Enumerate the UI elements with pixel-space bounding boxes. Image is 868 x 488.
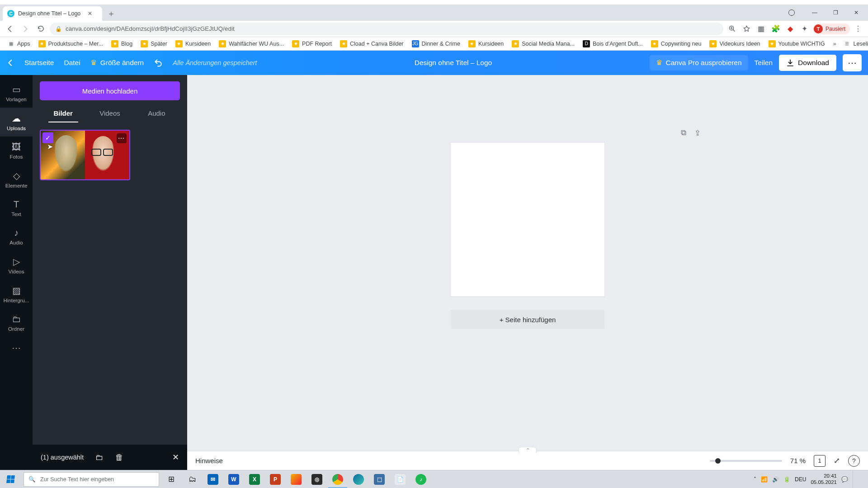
bookmark-item[interactable]: ★Später	[137, 38, 171, 49]
duplicate-page-icon[interactable]: ⧉	[681, 128, 686, 138]
bookmark-item[interactable]: ★Produktsuche – Mer...	[35, 38, 107, 49]
hints-label[interactable]: Hinweise	[195, 457, 223, 465]
try-pro-button[interactable]: ♛Canva Pro ausprobieren	[650, 55, 748, 70]
rail-videos[interactable]: ▷Videos	[0, 251, 33, 280]
notes-expand-caret[interactable]: ⌃	[519, 447, 537, 453]
design-page[interactable]	[451, 143, 604, 296]
bookmark-item[interactable]: ★Blog	[108, 38, 136, 49]
rail-templates[interactable]: ▭Vorlagen	[0, 79, 33, 108]
zoom-handle[interactable]	[715, 458, 721, 464]
app-icon-2[interactable]: ⬚	[369, 470, 390, 488]
taskbar-clock[interactable]: 20:41 05.05.2021	[811, 473, 837, 485]
mail-icon[interactable]: ✉	[203, 470, 223, 488]
browser-tab-active[interactable]: C Design ohne Titel – Logo ✕	[3, 6, 102, 21]
rail-uploads[interactable]: ☁Uploads	[0, 108, 33, 136]
bookmark-item[interactable]: ★PDF Report	[288, 38, 335, 49]
nav-back-icon[interactable]	[6, 59, 14, 67]
close-selection-icon[interactable]: ✕	[172, 452, 179, 462]
share-page-icon[interactable]: ⇪	[694, 128, 701, 138]
window-maximize-button[interactable]: ❐	[826, 6, 845, 19]
chrome-menu-icon[interactable]: ⋮	[852, 23, 864, 35]
reading-list[interactable]: ☰Leseliste	[840, 38, 868, 49]
thumbnail-more-icon[interactable]: ⋯	[117, 133, 127, 143]
more-menu-button[interactable]: ⋯	[843, 54, 862, 71]
profile-chip[interactable]: T Pausiert	[813, 23, 850, 34]
tab-audio[interactable]: Audio	[133, 105, 180, 122]
sound-icon[interactable]: 🔊	[772, 476, 779, 483]
share-button[interactable]: Teilen	[755, 59, 773, 67]
fullscreen-icon[interactable]: ⤢	[834, 456, 840, 465]
extension-icon-2[interactable]: ◆	[784, 23, 797, 35]
bookmark-star-icon[interactable]	[741, 23, 753, 35]
extensions-puzzle-icon[interactable]: ✦	[798, 23, 811, 35]
zoom-percent[interactable]: 71 %	[790, 457, 806, 465]
nav-reload-button[interactable]	[34, 23, 47, 35]
selection-check-icon[interactable]: ✓	[42, 132, 53, 143]
excel-icon[interactable]: X	[244, 470, 265, 488]
bookmark-item[interactable]: ★Cload + Canva Bilder	[336, 38, 407, 49]
file-menu[interactable]: Datei	[64, 59, 80, 67]
help-icon[interactable]: ?	[848, 455, 860, 467]
app-icon[interactable]	[286, 470, 307, 488]
new-tab-button[interactable]: ＋	[105, 7, 118, 20]
close-tab-icon[interactable]: ✕	[87, 10, 93, 17]
tray-chevron-icon[interactable]: ˄	[754, 476, 756, 483]
file-explorer-icon[interactable]: 🗂	[182, 470, 203, 488]
canvas-area[interactable]: ⧉ ⇪ + Seite hinzufügen ⌃ Hinweise 71 % 1…	[187, 75, 868, 470]
zoom-slider[interactable]	[710, 460, 782, 462]
obs-icon[interactable]: ◎	[307, 470, 327, 488]
show-desktop-button[interactable]	[853, 470, 868, 488]
design-title[interactable]: Design ohne Titel – Logo	[265, 59, 641, 67]
rail-audio[interactable]: ♪Audio	[0, 222, 33, 251]
bookmark-item[interactable]: DBois d'Argent Duft...	[579, 38, 646, 49]
notification-icon[interactable]: 💬	[841, 476, 848, 483]
task-view-icon[interactable]: ⊞	[161, 470, 182, 488]
address-bar[interactable]: 🔒 canva.com/design/DAEdomzscjI/drBfjHdCo…	[50, 23, 723, 35]
spotify-icon[interactable]: ♪	[410, 470, 431, 488]
add-page-button[interactable]: + Seite hinzufügen	[451, 310, 604, 329]
upload-thumbnail-selected[interactable]: ✓ ⋯ ➤	[40, 130, 130, 180]
bookmark-item[interactable]: JGDinner & Crime	[408, 38, 464, 49]
bookmarks-overflow-icon[interactable]: »	[830, 41, 839, 47]
edge-icon[interactable]	[348, 470, 369, 488]
bookmark-item[interactable]: ★Kursideen	[172, 38, 214, 49]
bookmark-item[interactable]: ★Wahlfächer WU Aus...	[215, 38, 288, 49]
bookmark-item[interactable]: ★Kursideen	[465, 38, 507, 49]
notepad-icon[interactable]: 📄	[390, 470, 410, 488]
rail-folders[interactable]: 🗀Ordner	[0, 309, 33, 337]
taskbar-search[interactable]: 🔍 Zur Suche Text hier eingeben	[24, 472, 159, 487]
window-close-button[interactable]: ✕	[846, 6, 866, 19]
rail-text[interactable]: TText	[0, 194, 33, 222]
start-button[interactable]	[0, 470, 22, 488]
nav-back-button[interactable]	[4, 23, 16, 35]
wifi-icon[interactable]: 📶	[761, 476, 768, 483]
page-indicator[interactable]: 1	[814, 455, 826, 467]
window-minimize-button[interactable]: —	[805, 6, 825, 19]
bookmark-item[interactable]: ★Social Media Mana...	[508, 38, 578, 49]
bookmark-item[interactable]: ★Copywriting neu	[647, 38, 705, 49]
zoom-icon[interactable]	[726, 23, 739, 35]
tab-images[interactable]: Bilder	[40, 105, 86, 122]
bookmark-item[interactable]: ★Youtube WICHTIG	[765, 38, 829, 49]
rail-photos[interactable]: 🖼Fotos	[0, 136, 33, 165]
rail-more[interactable]: ⋯	[0, 337, 33, 359]
language-indicator[interactable]: DEU	[795, 476, 806, 483]
upload-media-button[interactable]: Medien hochladen	[40, 81, 180, 100]
extension-icon-1[interactable]: 🧩	[769, 23, 782, 35]
nav-forward-button[interactable]	[19, 23, 32, 35]
resize-menu[interactable]: ♛Größe ändern	[90, 59, 144, 67]
download-button[interactable]: Download	[779, 55, 836, 71]
undo-button[interactable]	[154, 58, 163, 67]
account-circle-icon[interactable]	[788, 9, 795, 16]
battery-icon[interactable]: 🔋	[783, 476, 790, 483]
bookmarks-apps[interactable]: ▦Apps	[4, 38, 34, 49]
bookmark-item[interactable]: ★Videokurs Ideen	[706, 38, 764, 49]
rail-elements[interactable]: ◇Elemente	[0, 165, 33, 194]
qr-icon[interactable]: ▦	[755, 23, 768, 35]
word-icon[interactable]: W	[223, 470, 244, 488]
move-to-folder-icon[interactable]: 🗀	[95, 453, 104, 462]
delete-icon[interactable]: 🗑	[115, 453, 123, 462]
chrome-icon[interactable]	[327, 470, 348, 488]
tab-videos[interactable]: Videos	[86, 105, 133, 122]
home-link[interactable]: Startseite	[24, 59, 54, 67]
